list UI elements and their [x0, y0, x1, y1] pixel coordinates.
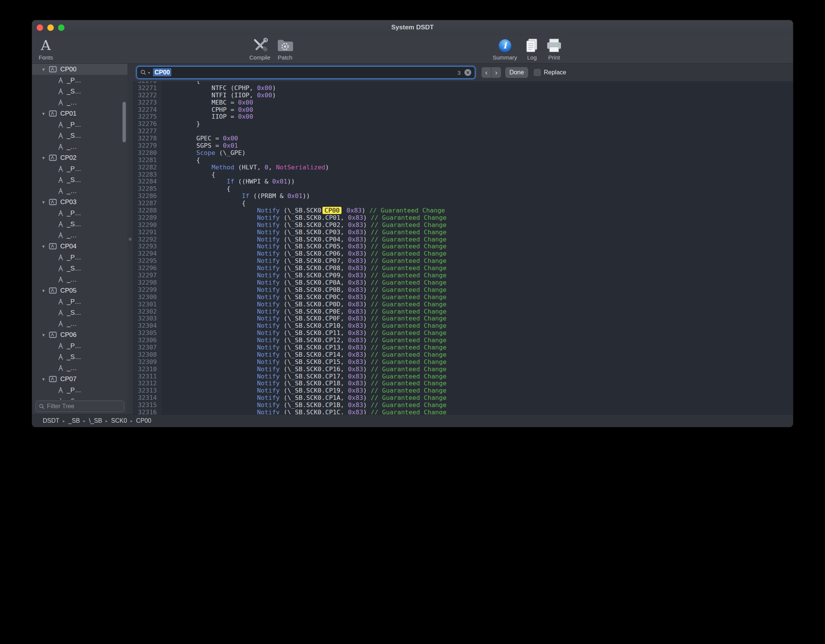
pane-splitter[interactable] — [127, 64, 133, 414]
tree-node-cp04-child[interactable]: _S… — [32, 263, 127, 274]
code-line: 32305 Notify (\_SB.SCK0.CP11, 0x83) // G… — [133, 330, 793, 337]
tree-node-label: _S… — [67, 398, 81, 400]
replace-checkbox[interactable] — [534, 69, 541, 76]
tree-node-cp06-child[interactable]: _S… — [32, 351, 127, 362]
tree-node-cp05-child[interactable]: _P… — [32, 296, 127, 307]
method-icon — [57, 166, 64, 172]
tree-node-cp03[interactable]: ▼CP03 — [32, 196, 127, 208]
code-line: 32311 Notify (\_SB.SCK0.CP17, 0x83) // G… — [133, 373, 793, 380]
tree-node-cp06-child[interactable]: _… — [32, 362, 127, 374]
tree-node-cp04-child[interactable]: _… — [32, 274, 127, 285]
disclosure-triangle-icon[interactable]: ▼ — [40, 67, 47, 72]
tree-node-cp02-child[interactable]: _S… — [32, 174, 127, 185]
tree-node-cp07-child[interactable]: _S… — [32, 396, 127, 399]
line-number: 32283 — [133, 171, 157, 179]
tree-node-cp01-child[interactable]: _S… — [32, 130, 127, 141]
disclosure-triangle-icon[interactable]: ▼ — [40, 244, 47, 249]
filter-tree-field[interactable] — [35, 401, 124, 412]
code-line: 32309 Notify (\_SB.SCK0.CP15, 0x83) // G… — [133, 359, 793, 366]
tree-node-cp03-child[interactable]: _… — [32, 230, 127, 241]
code-line: 32273 MEBC = 0x00 — [133, 99, 793, 106]
find-next-button[interactable]: › — [491, 67, 501, 78]
tree-node-cp01-child[interactable]: _P… — [32, 119, 127, 130]
disclosure-triangle-icon[interactable]: ▼ — [40, 111, 47, 116]
find-search-field[interactable]: ▾ CP00 3 × — [137, 67, 475, 78]
tree-node-cp02[interactable]: ▼CP02 — [32, 152, 127, 163]
documents-icon — [524, 37, 540, 54]
tree-node-cp03-child[interactable]: _P… — [32, 208, 127, 219]
done-button[interactable]: Done — [505, 67, 528, 78]
disclosure-triangle-icon[interactable]: ▼ — [40, 200, 47, 204]
breadcrumb-item[interactable]: _SB — [68, 417, 80, 424]
disclosure-triangle-icon[interactable]: ▼ — [40, 288, 47, 293]
scope-icon — [49, 287, 57, 294]
crossed-tools-icon — [251, 37, 268, 54]
tree-node-cp01[interactable]: ▼CP01 — [32, 108, 127, 119]
line-number: 32315 — [133, 402, 157, 409]
tree-node-cp02-child[interactable]: _P… — [32, 163, 127, 174]
patch-button[interactable]: Patch — [273, 37, 297, 61]
splitter-grip-icon — [129, 238, 132, 241]
breadcrumb-item[interactable]: \_SB — [89, 417, 102, 424]
line-number: 32295 — [133, 258, 157, 265]
line-number: 32292 — [133, 236, 157, 243]
method-icon — [57, 221, 64, 228]
tree-node-label: _P… — [67, 77, 81, 84]
minimize-button[interactable] — [47, 24, 54, 31]
disclosure-triangle-icon[interactable]: ▼ — [40, 333, 47, 337]
code-line: 32277 — [133, 128, 793, 135]
tree-node-cp00-child[interactable]: _S… — [32, 86, 127, 97]
tree-node-cp00-child[interactable]: _… — [32, 97, 127, 108]
tree-node-cp00-child[interactable]: _P… — [32, 75, 127, 86]
code-line: 32279 SGPS = 0x01 — [133, 142, 793, 150]
line-number: 32293 — [133, 243, 157, 250]
breadcrumb-item[interactable]: DSDT — [43, 417, 60, 424]
disclosure-triangle-icon[interactable]: ▼ — [40, 377, 47, 382]
line-number: 32278 — [133, 135, 157, 142]
code-lines: 32270 {32271 NTFC (CPHP, 0x00)32272 NTFI… — [133, 81, 793, 414]
tree-node-label: CP07 — [60, 375, 77, 383]
tree-node-cp00[interactable]: ▼CP00 — [32, 64, 127, 75]
code-line: 32291 Notify (\_SB.SCK0.CP03, 0x83) // G… — [133, 229, 793, 236]
tree-node-cp01-child[interactable]: _… — [32, 141, 127, 152]
print-button[interactable]: Print — [544, 37, 564, 61]
tree-node-cp03-child[interactable]: _S… — [32, 219, 127, 230]
zoom-button[interactable] — [58, 24, 64, 31]
breadcrumb-item[interactable]: SCK0 — [111, 417, 127, 424]
editor-pane: ▾ CP00 3 × ‹ › Done Replace 32270 {32271… — [133, 64, 793, 414]
method-icon — [57, 132, 64, 139]
tree-node-label: CP03 — [60, 198, 77, 206]
line-number: 32290 — [133, 222, 157, 229]
close-button[interactable] — [37, 24, 43, 31]
find-previous-button[interactable]: ‹ — [482, 67, 491, 78]
tree-node-cp07-child[interactable]: _P… — [32, 385, 127, 396]
filter-tree-input[interactable] — [47, 403, 121, 410]
tree-node-cp06[interactable]: ▼CP06 — [32, 329, 127, 340]
search-menu-chevron-icon[interactable]: ▾ — [148, 71, 150, 75]
line-number: 32307 — [133, 344, 157, 351]
tree-node-cp05[interactable]: ▼CP05 — [32, 285, 127, 296]
tree-node-cp05-child[interactable]: _… — [32, 318, 127, 329]
compile-button[interactable]: Compile — [248, 37, 272, 61]
tree-node-cp06-child[interactable]: _P… — [32, 340, 127, 351]
tree-node-cp02-child[interactable]: _… — [32, 185, 127, 196]
tree-node-label: _… — [67, 232, 77, 239]
fonts-button[interactable]: A Fonts — [35, 37, 56, 61]
disclosure-triangle-icon[interactable]: ▼ — [40, 156, 47, 160]
breadcrumb-item[interactable]: CP00 — [136, 417, 151, 424]
log-button[interactable]: Log — [522, 37, 542, 61]
breadcrumb-separator-icon: ▸ — [63, 419, 65, 423]
tree-node-cp07[interactable]: ▼CP07 — [32, 374, 127, 385]
breadcrumb-separator-icon: ▸ — [106, 419, 108, 423]
clear-search-button[interactable]: × — [464, 69, 471, 76]
tree-node-cp04-child[interactable]: _P… — [32, 252, 127, 263]
code-editor[interactable]: 32270 {32271 NTFC (CPHP, 0x00)32272 NTFI… — [133, 81, 793, 414]
code-line: 32289 Notify (\_SB.SCK0.CP01, 0x83) // G… — [133, 214, 793, 222]
tree-node-cp04[interactable]: ▼CP04 — [32, 241, 127, 252]
summary-button[interactable]: i Summary — [490, 37, 520, 61]
search-query[interactable]: CP00 — [153, 69, 456, 76]
code-line: 32284 If ((HWPI & 0x01)) — [133, 178, 793, 185]
method-icon — [57, 365, 64, 372]
sidebar-scrollbar[interactable] — [122, 102, 126, 142]
tree-node-cp05-child[interactable]: _S… — [32, 307, 127, 318]
